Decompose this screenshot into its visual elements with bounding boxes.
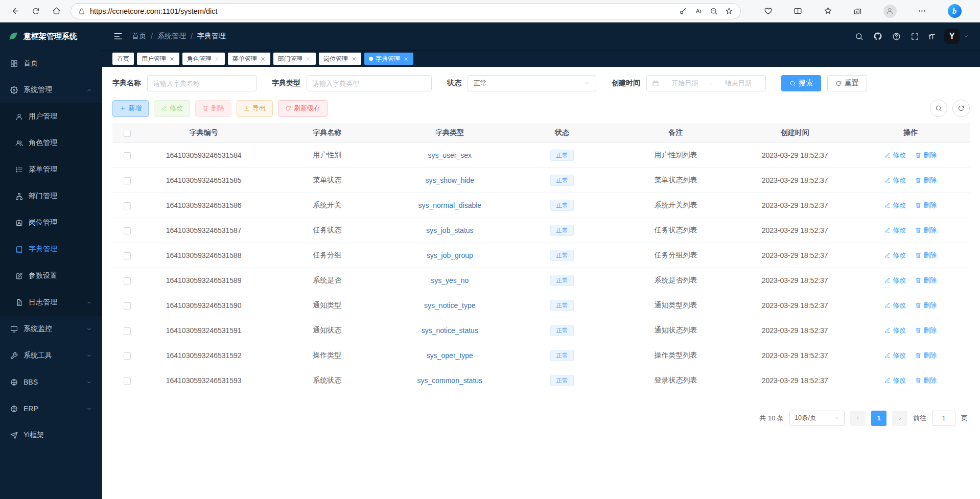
- page-size-select[interactable]: 10条/页: [789, 411, 845, 426]
- refresh-cache-button[interactable]: 刷新缓存: [278, 100, 328, 117]
- tab-close-icon[interactable]: [215, 56, 220, 62]
- page-number-button[interactable]: 1: [871, 411, 886, 426]
- sidebar-item-3[interactable]: 角色管理: [0, 130, 102, 156]
- row-checkbox[interactable]: [124, 327, 131, 335]
- row-checkbox[interactable]: [124, 227, 131, 234]
- row-edit-button[interactable]: 修改: [884, 326, 906, 335]
- sidebar-item-6[interactable]: 岗位管理: [0, 209, 102, 236]
- dict-type-link[interactable]: sys_oper_type: [427, 351, 473, 360]
- goto-page-input[interactable]: [932, 411, 955, 426]
- row-checkbox[interactable]: [124, 277, 131, 284]
- dict-name-input[interactable]: [147, 75, 256, 91]
- collections-icon[interactable]: [853, 7, 862, 15]
- tab-item-3[interactable]: 菜单管理: [228, 53, 270, 65]
- row-delete-button[interactable]: 删除: [915, 326, 937, 335]
- tab-item-2[interactable]: 角色管理: [182, 53, 225, 65]
- password-key-icon[interactable]: [679, 7, 687, 15]
- sidebar-item-1[interactable]: 系统管理: [0, 77, 102, 103]
- dict-type-link[interactable]: sys_common_status: [417, 376, 482, 385]
- export-button[interactable]: 导出: [237, 100, 273, 117]
- split-screen-icon[interactable]: [794, 7, 802, 15]
- row-edit-button[interactable]: 修改: [884, 201, 906, 210]
- row-delete-button[interactable]: 删除: [915, 251, 937, 260]
- row-delete-button[interactable]: 删除: [915, 276, 937, 285]
- zoom-icon[interactable]: [710, 7, 718, 15]
- row-delete-button[interactable]: 删除: [915, 151, 937, 160]
- search-button[interactable]: 搜索: [781, 75, 821, 91]
- row-checkbox[interactable]: [124, 352, 131, 360]
- refresh-table-button[interactable]: [952, 100, 970, 117]
- tab-item-5[interactable]: 岗位管理: [319, 53, 361, 65]
- favorites-icon[interactable]: [824, 7, 832, 15]
- tab-item-6[interactable]: 字典管理: [364, 53, 413, 65]
- sidebar-item-8[interactable]: 参数设置: [0, 263, 102, 289]
- fullscreen-button[interactable]: [911, 32, 919, 41]
- browser-essentials-icon[interactable]: [764, 7, 773, 15]
- sidebar-item-13[interactable]: ERP: [0, 395, 102, 422]
- lock-icon[interactable]: [78, 8, 85, 15]
- dict-type-link[interactable]: sys_job_group: [427, 251, 473, 259]
- sidebar-item-5[interactable]: 部门管理: [0, 183, 102, 209]
- dict-type-link[interactable]: sys_yes_no: [431, 276, 469, 284]
- row-delete-button[interactable]: 删除: [915, 301, 937, 310]
- github-button[interactable]: [873, 32, 882, 41]
- sidebar-item-11[interactable]: 系统工具: [0, 342, 102, 369]
- add-favorite-icon[interactable]: [725, 7, 733, 15]
- font-size-button[interactable]: tT: [929, 33, 935, 40]
- row-delete-button[interactable]: 删除: [915, 226, 937, 235]
- row-edit-button[interactable]: 修改: [884, 226, 906, 235]
- reload-button[interactable]: [27, 3, 45, 20]
- row-checkbox[interactable]: [124, 302, 131, 310]
- sidebar-item-10[interactable]: 系统监控: [0, 316, 102, 342]
- row-edit-button[interactable]: 修改: [884, 176, 906, 185]
- dict-type-link[interactable]: sys_user_sex: [428, 151, 472, 159]
- browser-menu-icon[interactable]: [918, 7, 926, 15]
- tab-item-4[interactable]: 部门管理: [273, 53, 316, 65]
- dict-type-input[interactable]: [307, 75, 432, 91]
- sidebar-item-9[interactable]: 日志管理: [0, 289, 102, 316]
- header-search-button[interactable]: [855, 32, 864, 41]
- help-button[interactable]: [892, 32, 901, 41]
- select-all-checkbox[interactable]: [124, 130, 131, 137]
- profile-avatar[interactable]: [883, 5, 897, 18]
- tab-close-icon[interactable]: [351, 56, 357, 62]
- sidebar-toggle-button[interactable]: [113, 32, 123, 41]
- sidebar-item-7[interactable]: 字典管理: [0, 236, 102, 263]
- sidebar-item-4[interactable]: 菜单管理: [0, 156, 102, 183]
- add-button[interactable]: 新增: [112, 100, 149, 117]
- row-checkbox[interactable]: [124, 252, 131, 259]
- tab-item-1[interactable]: 用户管理: [137, 53, 179, 65]
- edit-button[interactable]: 修改: [154, 100, 190, 117]
- address-bar[interactable]: https://ccnetcore.com:1101/system/dict: [71, 3, 741, 19]
- sidebar-item-2[interactable]: 用户管理: [0, 103, 102, 130]
- row-edit-button[interactable]: 修改: [884, 376, 906, 385]
- prev-page-button[interactable]: [850, 411, 866, 426]
- row-delete-button[interactable]: 删除: [915, 376, 937, 385]
- delete-button[interactable]: 删除: [195, 100, 231, 117]
- row-delete-button[interactable]: 删除: [915, 351, 937, 360]
- read-aloud-icon[interactable]: [694, 7, 703, 15]
- tab-close-icon[interactable]: [260, 56, 266, 62]
- sidebar-item-0[interactable]: 首页: [0, 50, 102, 77]
- date-range-picker[interactable]: 开始日期 - 结束日期: [646, 75, 766, 91]
- breadcrumb-item[interactable]: 系统管理: [157, 32, 186, 41]
- row-edit-button[interactable]: 修改: [884, 276, 906, 285]
- tab-close-icon[interactable]: [403, 56, 409, 62]
- sidebar-item-12[interactable]: BBS: [0, 369, 102, 395]
- row-edit-button[interactable]: 修改: [884, 301, 906, 310]
- app-logo[interactable]: 意框架管理系统: [0, 22, 102, 50]
- row-checkbox[interactable]: [124, 377, 131, 385]
- tab-close-icon[interactable]: [306, 56, 311, 62]
- dict-type-link[interactable]: sys_normal_disable: [418, 201, 481, 209]
- dict-type-link[interactable]: sys_notice_status: [422, 326, 478, 335]
- tab-item-0[interactable]: 首页: [112, 53, 134, 65]
- tab-close-icon[interactable]: [169, 56, 175, 62]
- dict-type-link[interactable]: sys_notice_type: [424, 301, 475, 310]
- show-search-button[interactable]: [930, 100, 947, 117]
- bing-icon[interactable]: b: [948, 4, 962, 18]
- back-button[interactable]: [6, 3, 25, 20]
- sidebar-item-14[interactable]: Yi框架: [0, 422, 102, 448]
- breadcrumb-item[interactable]: 首页: [132, 32, 146, 41]
- row-checkbox[interactable]: [124, 177, 131, 184]
- row-delete-button[interactable]: 删除: [915, 201, 937, 210]
